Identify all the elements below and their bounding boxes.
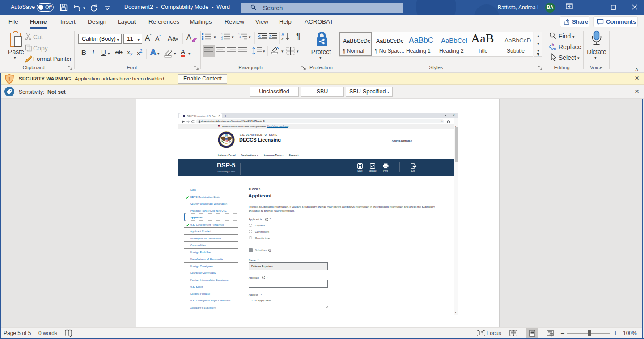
svg-text:!: ! (8, 76, 10, 83)
svg-text:Z: Z (281, 37, 284, 41)
svg-text:c: c (554, 46, 556, 50)
svg-text:a: a (240, 36, 241, 38)
svg-text:i: i (241, 38, 241, 40)
svg-text:2: 2 (221, 36, 223, 38)
svg-text:3: 3 (221, 38, 223, 40)
svg-text:A: A (281, 33, 284, 37)
svg-text:1: 1 (221, 33, 223, 36)
svg-text:1: 1 (238, 33, 240, 36)
